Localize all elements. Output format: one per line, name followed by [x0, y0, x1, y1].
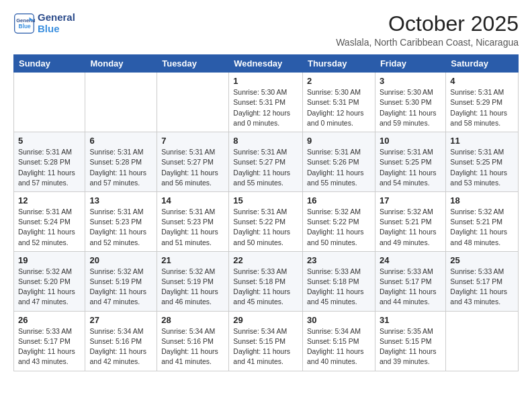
day-number: 20: [89, 255, 152, 265]
calendar-cell: 1Sunrise: 5:30 AM Sunset: 5:31 PM Daylig…: [229, 73, 303, 132]
day-info: Sunrise: 5:32 AM Sunset: 5:21 PM Dayligh…: [380, 207, 441, 248]
day-info: Sunrise: 5:31 AM Sunset: 5:25 PM Dayligh…: [450, 147, 514, 188]
day-number: 27: [89, 315, 152, 325]
day-info: Sunrise: 5:31 AM Sunset: 5:26 PM Dayligh…: [307, 147, 371, 188]
weekday-header: Monday: [85, 55, 157, 73]
calendar-cell: 13Sunrise: 5:31 AM Sunset: 5:23 PM Dayli…: [85, 191, 157, 251]
calendar-cell: 6Sunrise: 5:31 AM Sunset: 5:28 PM Daylig…: [85, 132, 157, 192]
calendar-cell: [14, 73, 85, 132]
day-number: 21: [161, 255, 224, 265]
calendar-cell: 7Sunrise: 5:31 AM Sunset: 5:27 PM Daylig…: [157, 132, 229, 192]
calendar-cell: 16Sunrise: 5:32 AM Sunset: 5:22 PM Dayli…: [302, 191, 375, 251]
day-number: 26: [18, 315, 81, 325]
day-info: Sunrise: 5:30 AM Sunset: 5:30 PM Dayligh…: [380, 87, 441, 128]
day-number: 16: [307, 195, 371, 205]
day-number: 1: [233, 76, 298, 86]
day-number: 7: [161, 136, 224, 146]
day-number: 15: [233, 195, 298, 205]
calendar-cell: 30Sunrise: 5:34 AM Sunset: 5:15 PM Dayli…: [302, 311, 375, 371]
weekday-header: Saturday: [446, 55, 519, 73]
page: General Blue General Blue October 2025 W…: [0, 0, 532, 383]
day-number: 9: [307, 136, 371, 146]
day-info: Sunrise: 5:33 AM Sunset: 5:18 PM Dayligh…: [307, 267, 371, 308]
calendar-cell: 26Sunrise: 5:33 AM Sunset: 5:17 PM Dayli…: [14, 311, 85, 371]
day-info: Sunrise: 5:33 AM Sunset: 5:17 PM Dayligh…: [380, 267, 441, 308]
day-number: 31: [380, 315, 441, 325]
day-info: Sunrise: 5:31 AM Sunset: 5:24 PM Dayligh…: [18, 207, 81, 248]
day-number: 6: [89, 136, 152, 146]
weekday-header: Thursday: [302, 55, 375, 73]
day-info: Sunrise: 5:31 AM Sunset: 5:23 PM Dayligh…: [161, 207, 224, 248]
logo-text: General Blue: [38, 12, 75, 34]
calendar-cell: 23Sunrise: 5:33 AM Sunset: 5:18 PM Dayli…: [302, 251, 375, 311]
day-number: 10: [380, 136, 441, 146]
day-info: Sunrise: 5:30 AM Sunset: 5:31 PM Dayligh…: [233, 87, 298, 128]
day-info: Sunrise: 5:33 AM Sunset: 5:17 PM Dayligh…: [18, 326, 81, 367]
calendar-cell: 20Sunrise: 5:32 AM Sunset: 5:19 PM Dayli…: [85, 251, 157, 311]
logo: General Blue General Blue: [13, 12, 75, 34]
calendar-cell: 28Sunrise: 5:34 AM Sunset: 5:16 PM Dayli…: [157, 311, 229, 371]
day-number: 28: [161, 315, 224, 325]
header: General Blue General Blue October 2025 W…: [13, 12, 519, 48]
calendar-cell: 4Sunrise: 5:31 AM Sunset: 5:29 PM Daylig…: [446, 73, 519, 132]
day-number: 2: [307, 76, 371, 86]
svg-text:Blue: Blue: [19, 22, 32, 29]
calendar-cell: 19Sunrise: 5:32 AM Sunset: 5:20 PM Dayli…: [14, 251, 85, 311]
calendar-cell: [446, 311, 519, 371]
calendar-cell: 8Sunrise: 5:31 AM Sunset: 5:27 PM Daylig…: [229, 132, 303, 192]
day-number: 11: [450, 136, 514, 146]
calendar-cell: 2Sunrise: 5:30 AM Sunset: 5:31 PM Daylig…: [302, 73, 375, 132]
calendar-cell: [157, 73, 229, 132]
day-number: 22: [233, 255, 298, 265]
calendar-cell: 18Sunrise: 5:32 AM Sunset: 5:21 PM Dayli…: [446, 191, 519, 251]
day-info: Sunrise: 5:32 AM Sunset: 5:19 PM Dayligh…: [161, 267, 224, 308]
day-info: Sunrise: 5:33 AM Sunset: 5:17 PM Dayligh…: [450, 267, 514, 308]
month-title: October 2025: [336, 12, 519, 36]
day-info: Sunrise: 5:31 AM Sunset: 5:27 PM Dayligh…: [233, 147, 298, 188]
calendar-cell: 27Sunrise: 5:34 AM Sunset: 5:16 PM Dayli…: [85, 311, 157, 371]
day-info: Sunrise: 5:32 AM Sunset: 5:20 PM Dayligh…: [18, 267, 81, 308]
day-number: 5: [18, 136, 81, 146]
weekday-header: Sunday: [14, 55, 85, 73]
day-number: 4: [450, 76, 514, 86]
day-number: 12: [18, 195, 81, 205]
weekday-header: Friday: [375, 55, 445, 73]
day-info: Sunrise: 5:32 AM Sunset: 5:22 PM Dayligh…: [307, 207, 371, 248]
day-number: 13: [89, 195, 152, 205]
day-number: 29: [233, 315, 298, 325]
calendar-cell: 17Sunrise: 5:32 AM Sunset: 5:21 PM Dayli…: [375, 191, 445, 251]
calendar-cell: 12Sunrise: 5:31 AM Sunset: 5:24 PM Dayli…: [14, 191, 85, 251]
calendar-cell: 29Sunrise: 5:34 AM Sunset: 5:15 PM Dayli…: [229, 311, 303, 371]
day-number: 18: [450, 195, 514, 205]
day-number: 30: [307, 315, 371, 325]
calendar-cell: 22Sunrise: 5:33 AM Sunset: 5:18 PM Dayli…: [229, 251, 303, 311]
day-number: 25: [450, 255, 514, 265]
weekday-header: Wednesday: [229, 55, 303, 73]
day-number: 17: [380, 195, 441, 205]
calendar-cell: 11Sunrise: 5:31 AM Sunset: 5:25 PM Dayli…: [446, 132, 519, 192]
day-number: 23: [307, 255, 371, 265]
calendar-cell: [85, 73, 157, 132]
day-info: Sunrise: 5:30 AM Sunset: 5:31 PM Dayligh…: [307, 87, 371, 128]
day-info: Sunrise: 5:35 AM Sunset: 5:15 PM Dayligh…: [380, 326, 441, 367]
day-info: Sunrise: 5:32 AM Sunset: 5:21 PM Dayligh…: [450, 207, 514, 248]
day-info: Sunrise: 5:34 AM Sunset: 5:16 PM Dayligh…: [161, 326, 224, 367]
day-info: Sunrise: 5:31 AM Sunset: 5:22 PM Dayligh…: [233, 207, 298, 248]
calendar-cell: 15Sunrise: 5:31 AM Sunset: 5:22 PM Dayli…: [229, 191, 303, 251]
day-info: Sunrise: 5:31 AM Sunset: 5:28 PM Dayligh…: [89, 147, 152, 188]
day-number: 3: [380, 76, 441, 86]
day-number: 19: [18, 255, 81, 265]
day-info: Sunrise: 5:31 AM Sunset: 5:29 PM Dayligh…: [450, 87, 514, 128]
day-info: Sunrise: 5:34 AM Sunset: 5:16 PM Dayligh…: [89, 326, 152, 367]
day-info: Sunrise: 5:33 AM Sunset: 5:18 PM Dayligh…: [233, 267, 298, 308]
weekday-header: Tuesday: [157, 55, 229, 73]
calendar-cell: 5Sunrise: 5:31 AM Sunset: 5:28 PM Daylig…: [14, 132, 85, 192]
day-info: Sunrise: 5:31 AM Sunset: 5:23 PM Dayligh…: [89, 207, 152, 248]
calendar-cell: 25Sunrise: 5:33 AM Sunset: 5:17 PM Dayli…: [446, 251, 519, 311]
calendar-cell: 9Sunrise: 5:31 AM Sunset: 5:26 PM Daylig…: [302, 132, 375, 192]
day-number: 24: [380, 255, 441, 265]
calendar-cell: 24Sunrise: 5:33 AM Sunset: 5:17 PM Dayli…: [375, 251, 445, 311]
location: Waslala, North Caribbean Coast, Nicaragu…: [336, 37, 519, 48]
day-info: Sunrise: 5:31 AM Sunset: 5:25 PM Dayligh…: [380, 147, 441, 188]
calendar-cell: 10Sunrise: 5:31 AM Sunset: 5:25 PM Dayli…: [375, 132, 445, 192]
